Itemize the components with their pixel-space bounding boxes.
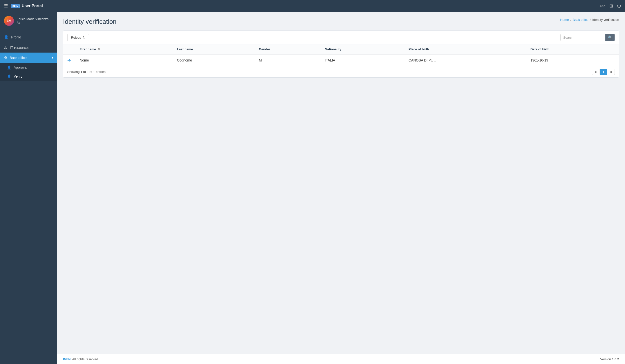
layout: EM Enrico Maria Vincenzo Fa 👤 Profile 🖧 … bbox=[0, 12, 625, 364]
cell-place-of-birth: CANOSA DI PU... bbox=[405, 54, 526, 66]
table-body: ➜ Nome Cognome M ITALIA CANOSA DI PU... … bbox=[63, 54, 619, 66]
topbar: ☰ INFN User Portal eng ⊞ ⏻ bbox=[0, 0, 625, 12]
col-gender: Gender bbox=[255, 44, 321, 54]
footer-rights: All rights reserved. bbox=[72, 357, 99, 361]
table-head: First name ⇅ Last name Gender Nationalit… bbox=[63, 44, 619, 54]
sidebar-item-back-office[interactable]: ⚙ Back office ▾ bbox=[0, 53, 57, 63]
cell-last-name: Cognome bbox=[173, 54, 255, 66]
col-action bbox=[63, 44, 76, 54]
sidebar-item-verify[interactable]: 👤 Verify bbox=[0, 72, 57, 81]
sidebar-item-it-resources[interactable]: 🖧 IT resources bbox=[0, 42, 57, 53]
col-last-name: Last name bbox=[173, 44, 255, 54]
breadcrumb: Home / Back office / Identity verificati… bbox=[560, 18, 619, 22]
cell-date-of-birth: 1961-10-19 bbox=[526, 54, 619, 66]
footer: INFN. All rights reserved. Version 1.0.2 bbox=[57, 354, 625, 364]
approval-icon: 👤 bbox=[7, 65, 11, 69]
pagination: « 1 » bbox=[592, 69, 615, 75]
app-logo: INFN User Portal bbox=[11, 4, 43, 8]
grid-icon[interactable]: ⊞ bbox=[609, 3, 613, 9]
breadcrumb-sep: / bbox=[570, 18, 571, 22]
sidebar-subitem-label: Approval bbox=[14, 65, 27, 69]
it-resources-icon: 🖧 bbox=[4, 45, 8, 50]
language-selector[interactable]: eng bbox=[600, 4, 605, 8]
breadcrumb-sep: / bbox=[590, 18, 591, 22]
footer-brand: INFN. bbox=[63, 357, 71, 361]
search-input[interactable] bbox=[561, 34, 605, 41]
table-row: ➜ Nome Cognome M ITALIA CANOSA DI PU... … bbox=[63, 54, 619, 66]
content-area: Identity verification Home / Back office… bbox=[57, 12, 625, 354]
footer-version-label: Version bbox=[600, 357, 611, 361]
sidebar-item-label: Profile bbox=[11, 35, 53, 39]
footer-version: Version 1.0.2 bbox=[600, 357, 619, 361]
reload-button[interactable]: Reload ↻ bbox=[67, 34, 89, 41]
search-icon: 🔍 bbox=[608, 35, 612, 39]
reload-icon: ↻ bbox=[83, 36, 85, 39]
sidebar-subitem-label: Verify bbox=[14, 74, 22, 78]
breadcrumb-back-office[interactable]: Back office bbox=[573, 18, 588, 22]
col-date-of-birth-label: Date of birth bbox=[530, 47, 550, 51]
user-section: EM Enrico Maria Vincenzo Fa bbox=[0, 12, 57, 30]
col-nationality: Nationality bbox=[321, 44, 405, 54]
logo-badge: INFN bbox=[11, 4, 20, 8]
page-next-button[interactable]: » bbox=[608, 69, 615, 75]
page-title: Identity verification bbox=[63, 18, 116, 26]
page-1-button[interactable]: 1 bbox=[600, 69, 607, 75]
table-toolbar: Reload ↻ 🔍 bbox=[63, 31, 619, 44]
page-header: Identity verification Home / Back office… bbox=[63, 18, 619, 26]
cell-nationality: ITALIA bbox=[321, 54, 405, 66]
sidebar-item-label: Back office bbox=[10, 56, 49, 60]
pagination-info: Showing 1 to 1 of 1 entries bbox=[67, 70, 105, 74]
sidebar-nav: 👤 Profile 🖧 IT resources ⚙ Back office ▾… bbox=[0, 30, 57, 364]
table-card: Reload ↻ 🔍 bbox=[63, 30, 619, 78]
col-place-of-birth-label: Place of birth bbox=[409, 47, 429, 51]
avatar: EM bbox=[4, 16, 14, 26]
col-date-of-birth: Date of birth bbox=[526, 44, 619, 54]
user-name: Enrico Maria Vincenzo Fa bbox=[16, 17, 53, 25]
breadcrumb-home[interactable]: Home bbox=[560, 18, 569, 22]
row-action-cell: ➜ bbox=[63, 54, 76, 66]
table-header-row: First name ⇅ Last name Gender Nationalit… bbox=[63, 44, 619, 54]
col-last-name-label: Last name bbox=[177, 47, 193, 51]
col-first-name[interactable]: First name ⇅ bbox=[76, 44, 173, 54]
sidebar-item-label: IT resources bbox=[10, 46, 53, 50]
col-place-of-birth: Place of birth bbox=[405, 44, 526, 54]
profile-icon: 👤 bbox=[4, 35, 9, 39]
row-action-icon[interactable]: ➜ bbox=[67, 58, 71, 63]
topbar-left: ☰ INFN User Portal bbox=[4, 3, 43, 9]
verify-icon: 👤 bbox=[7, 74, 11, 78]
table-footer: Showing 1 to 1 of 1 entries « 1 » bbox=[63, 66, 619, 77]
app-title: User Portal bbox=[22, 4, 43, 8]
back-office-icon: ⚙ bbox=[4, 56, 7, 60]
sidebar-item-approval[interactable]: 👤 Approval bbox=[0, 63, 57, 72]
chevron-down-icon: ▾ bbox=[52, 56, 53, 60]
footer-left: INFN. All rights reserved. bbox=[63, 357, 99, 361]
sidebar-item-profile[interactable]: 👤 Profile bbox=[0, 32, 57, 42]
cell-gender: M bbox=[255, 54, 321, 66]
cell-first-name: Nome bbox=[76, 54, 173, 66]
col-nationality-label: Nationality bbox=[325, 47, 341, 51]
hamburger-icon[interactable]: ☰ bbox=[4, 3, 8, 9]
footer-version-number: 1.0.2 bbox=[612, 357, 619, 361]
sort-icon: ⇅ bbox=[98, 48, 100, 51]
data-table: First name ⇅ Last name Gender Nationalit… bbox=[63, 44, 619, 66]
search-button[interactable]: 🔍 bbox=[605, 34, 615, 41]
power-icon[interactable]: ⏻ bbox=[617, 4, 621, 8]
main: Identity verification Home / Back office… bbox=[57, 12, 625, 364]
reload-label: Reload bbox=[71, 36, 81, 39]
search-box: 🔍 bbox=[560, 34, 615, 41]
sidebar: EM Enrico Maria Vincenzo Fa 👤 Profile 🖧 … bbox=[0, 12, 57, 364]
col-first-name-label: First name bbox=[80, 47, 96, 51]
col-gender-label: Gender bbox=[259, 47, 270, 51]
page-prev-button[interactable]: « bbox=[592, 69, 599, 75]
topbar-right: eng ⊞ ⏻ bbox=[600, 3, 621, 9]
breadcrumb-current: Identity verification bbox=[592, 18, 619, 22]
